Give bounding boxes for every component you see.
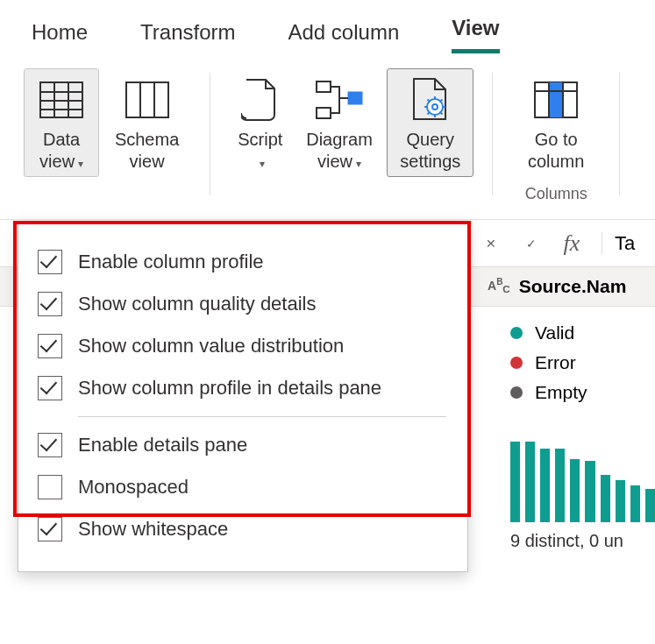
- ribbon-group-columns: Go to column Columns: [512, 69, 600, 203]
- fx-icon[interactable]: fx: [554, 226, 589, 261]
- tab-view[interactable]: View: [452, 16, 499, 53]
- checkbox-label: Show column value distribution: [78, 335, 344, 357]
- svg-line-18: [427, 100, 430, 103]
- chevron-down-icon: ▾: [260, 158, 265, 170]
- checkbox-icon: [38, 517, 62, 541]
- ribbon-tabs: Home Transform Add column View: [0, 0, 655, 53]
- tab-transform[interactable]: Transform: [140, 20, 235, 53]
- chevron-down-icon: ▾: [78, 158, 83, 170]
- checkbox-option[interactable]: Show column quality details: [38, 283, 448, 325]
- bar: [525, 442, 535, 522]
- quality-empty: Empty: [510, 382, 646, 403]
- table-grid-icon: [39, 74, 83, 125]
- data-view-dropdown: Enable column profileShow column quality…: [18, 221, 468, 572]
- goto-column-icon: [534, 74, 578, 125]
- checkbox-icon: [38, 475, 62, 499]
- svg-line-19: [439, 112, 442, 115]
- bar: [645, 489, 655, 522]
- checkbox-icon: [38, 433, 62, 457]
- bar: [570, 459, 580, 522]
- bar: [555, 449, 565, 522]
- svg-rect-9: [317, 81, 331, 92]
- formula-text[interactable]: Ta: [602, 232, 635, 255]
- checkbox-icon: [38, 376, 62, 400]
- svg-rect-10: [317, 108, 331, 118]
- bar: [510, 442, 520, 522]
- checkbox-icon: [38, 250, 62, 274]
- cancel-formula-icon[interactable]: ✕: [473, 226, 509, 261]
- bar: [540, 449, 550, 522]
- diagram-view-button[interactable]: Diagram view▾: [296, 69, 382, 176]
- accept-formula-icon[interactable]: ✓: [514, 226, 549, 261]
- checkbox-option[interactable]: Show column value distribution: [38, 325, 448, 367]
- schema-view-button[interactable]: Schema view: [103, 69, 190, 176]
- checkbox-label: Show column quality details: [78, 293, 316, 315]
- separator: [492, 73, 493, 195]
- checkbox-label: Show column profile in details pane: [78, 377, 381, 400]
- svg-rect-6: [126, 82, 168, 117]
- separator: [78, 416, 446, 417]
- goto-column-button[interactable]: Go to column: [512, 69, 600, 176]
- checkbox-label: Monospaced: [78, 476, 189, 499]
- svg-line-21: [439, 100, 442, 103]
- bar: [585, 461, 594, 522]
- query-settings-button[interactable]: Query settings: [388, 69, 473, 176]
- data-view-button[interactable]: Data view▾: [25, 69, 98, 176]
- ribbon: Data view▾ Schema view: [0, 53, 655, 220]
- svg-line-20: [427, 112, 430, 115]
- separator: [210, 73, 210, 195]
- dot-icon: [510, 357, 523, 369]
- svg-rect-23: [549, 82, 563, 117]
- tab-home[interactable]: Home: [32, 20, 88, 53]
- checkbox-option[interactable]: Monospaced: [38, 466, 448, 508]
- quality-error: Error: [510, 352, 646, 373]
- checkbox-option[interactable]: Show whitespace: [38, 508, 448, 550]
- checkbox-label: Show whitespace: [78, 518, 228, 541]
- script-button[interactable]: Script▾: [230, 69, 291, 176]
- page-gear-icon: [410, 74, 451, 125]
- diagram-icon: [315, 74, 364, 125]
- checkbox-icon: [38, 334, 62, 358]
- bar: [616, 480, 625, 522]
- svg-rect-11: [348, 92, 362, 104]
- checkbox-label: Enable column profile: [78, 251, 264, 273]
- chevron-down-icon: ▾: [356, 158, 361, 170]
- checkbox-label: Enable details pane: [78, 434, 247, 456]
- checkbox-option[interactable]: Show column profile in details pane: [38, 367, 448, 409]
- quality-valid: Valid: [510, 322, 646, 343]
- separator: [619, 73, 620, 195]
- dot-icon: [510, 327, 523, 339]
- bar: [630, 485, 640, 522]
- bar: [601, 475, 610, 522]
- ribbon-group-layout: Script▾ Diagram view▾: [230, 69, 473, 176]
- dot-icon: [510, 386, 523, 399]
- checkbox-option[interactable]: Enable column profile: [38, 241, 448, 283]
- column-name: Source.Nam: [519, 276, 627, 297]
- ribbon-group-views: Data view▾ Schema view: [25, 69, 190, 176]
- columns-icon: [125, 74, 169, 125]
- tab-add-column[interactable]: Add column: [288, 20, 400, 53]
- checkbox-option[interactable]: Enable details pane: [38, 424, 448, 466]
- text-type-icon: ABC: [488, 278, 510, 294]
- script-icon: [241, 74, 280, 125]
- ribbon-group-label: Columns: [525, 185, 587, 203]
- checkbox-icon: [38, 292, 62, 316]
